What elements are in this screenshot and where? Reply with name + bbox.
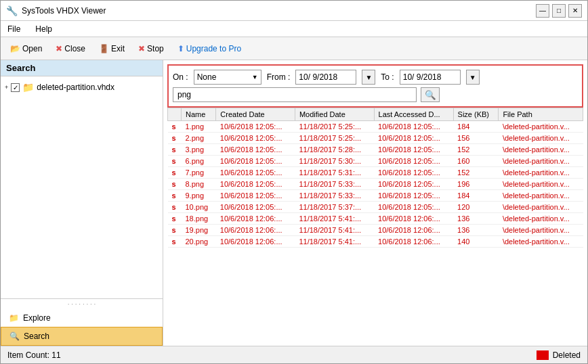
deleted-label: Deleted — [553, 350, 581, 360]
menu-help[interactable]: Help — [31, 23, 56, 35]
table-row[interactable]: s 18.png 10/6/2018 12:06:... 11/18/2017 … — [168, 213, 583, 225]
calendar-icon: ▼ — [365, 74, 372, 81]
row-indicator: s — [168, 213, 182, 225]
row-created: 10/6/2018 12:05:... — [216, 144, 295, 156]
row-name: 8.png — [182, 179, 216, 190]
sidebar-bottom: · · · · · · · · 📁 Explore 🔍 Search — [1, 298, 163, 346]
search-nav-label: Search — [24, 332, 49, 341]
row-size: 136 — [453, 213, 499, 225]
table-row[interactable]: s 19.png 10/6/2018 12:06:... 11/18/2017 … — [168, 225, 583, 236]
row-indicator: s — [168, 190, 182, 202]
to-date-input[interactable] — [400, 70, 461, 85]
from-date-picker-button[interactable]: ▼ — [362, 70, 375, 85]
on-value: None — [197, 72, 217, 82]
deleted-color-box — [537, 350, 549, 360]
row-name: 18.png — [182, 213, 216, 225]
col-size[interactable]: Size (KB) — [453, 108, 499, 121]
open-icon: 📂 — [10, 44, 20, 53]
close-button-toolbar[interactable]: ✖ Close — [50, 39, 91, 58]
table-row[interactable]: s 1.png 10/6/2018 12:05:... 11/18/2017 5… — [168, 121, 583, 133]
stop-button[interactable]: ✖ Stop — [133, 39, 169, 58]
row-path: \deleted-partition.v... — [499, 190, 583, 202]
row-accessed: 10/6/2018 12:05:... — [374, 121, 453, 133]
row-created: 10/6/2018 12:05:... — [216, 167, 295, 179]
row-created: 10/6/2018 12:05:... — [216, 121, 295, 133]
table-row[interactable]: s 6.png 10/6/2018 12:05:... 11/18/2017 5… — [168, 156, 583, 167]
search-row1: On : None ▼ From : ▼ To : ▼ — [173, 70, 578, 85]
stop-icon: ✖ — [138, 44, 145, 53]
on-label: On : — [173, 72, 188, 82]
from-date-input[interactable] — [295, 70, 356, 85]
row-path: \deleted-partition.v... — [499, 202, 583, 213]
row-size: 152 — [453, 144, 499, 156]
calendar-to-icon: ▼ — [469, 74, 476, 81]
app-icon: 🔧 — [6, 5, 18, 16]
table-row[interactable]: s 3.png 10/6/2018 12:05:... 11/18/2017 5… — [168, 144, 583, 156]
row-path: \deleted-partition.v... — [499, 179, 583, 190]
upgrade-button[interactable]: ⬆ Upgrade to Pro — [172, 39, 247, 58]
row-accessed: 10/6/2018 12:05:... — [374, 167, 453, 179]
results-table: Name Created Date Modified Date Last Acc… — [167, 108, 583, 248]
row-size: 120 — [453, 202, 499, 213]
menu-file[interactable]: File — [3, 23, 24, 35]
row-name: 9.png — [182, 190, 216, 202]
row-modified: 11/18/2017 5:31:... — [295, 167, 374, 179]
row-modified: 11/18/2017 5:33:... — [295, 190, 374, 202]
table-row[interactable]: s 7.png 10/6/2018 12:05:... 11/18/2017 5… — [168, 167, 583, 179]
col-created[interactable]: Created Date — [216, 108, 295, 121]
row-indicator: s — [168, 202, 182, 213]
table-row[interactable]: s 9.png 10/6/2018 12:05:... 11/18/2017 5… — [168, 190, 583, 202]
maximize-button[interactable]: □ — [552, 4, 566, 18]
minimize-button[interactable]: — — [536, 4, 549, 18]
expand-icon[interactable]: + — [5, 84, 8, 91]
menu-bar: File Help — [1, 21, 587, 37]
row-name: 20.png — [182, 236, 216, 248]
row-name: 19.png — [182, 225, 216, 236]
exit-icon: 🚪 — [99, 44, 109, 53]
tree-root-item[interactable]: + 📁 deleted-partition.vhdx — [5, 81, 159, 94]
row-created: 10/6/2018 12:05:... — [216, 190, 295, 202]
row-size: 156 — [453, 133, 499, 144]
col-modified[interactable]: Modified Date — [295, 108, 374, 121]
row-accessed: 10/6/2018 12:06:... — [374, 213, 453, 225]
table-row[interactable]: s 20.png 10/6/2018 12:06:... 11/18/2017 … — [168, 236, 583, 248]
row-size: 152 — [453, 167, 499, 179]
upgrade-icon: ⬆ — [177, 44, 184, 53]
table-header-row: Name Created Date Modified Date Last Acc… — [168, 108, 583, 121]
col-name[interactable]: Name — [182, 108, 216, 121]
row-modified: 11/18/2017 5:25:... — [295, 133, 374, 144]
sidebar-dots: · · · · · · · · — [1, 299, 163, 309]
row-accessed: 10/6/2018 12:05:... — [374, 202, 453, 213]
col-path[interactable]: File Path — [499, 108, 583, 121]
main-panel: On : None ▼ From : ▼ To : ▼ — [163, 60, 587, 346]
col-accessed[interactable]: Last Accessed D... — [374, 108, 453, 121]
open-button[interactable]: 📂 Open — [5, 39, 47, 58]
search-input[interactable] — [173, 87, 417, 102]
row-accessed: 10/6/2018 12:05:... — [374, 190, 453, 202]
tree-checkbox[interactable] — [11, 83, 20, 92]
row-size: 140 — [453, 236, 499, 248]
sidebar-nav-search[interactable]: 🔍 Search — [1, 327, 163, 346]
title-bar-left: 🔧 SysTools VHDX Viewer — [6, 5, 106, 16]
row-accessed: 10/6/2018 12:05:... — [374, 179, 453, 190]
on-dropdown[interactable]: None ▼ — [194, 70, 261, 85]
table-row[interactable]: s 10.png 10/6/2018 12:05:... 11/18/2017 … — [168, 202, 583, 213]
row-size: 160 — [453, 156, 499, 167]
table-row[interactable]: s 2.png 10/6/2018 12:05:... 11/18/2017 5… — [168, 133, 583, 144]
row-created: 10/6/2018 12:05:... — [216, 179, 295, 190]
row-name: 1.png — [182, 121, 216, 133]
deleted-legend: Deleted — [537, 350, 581, 360]
row-accessed: 10/6/2018 12:05:... — [374, 144, 453, 156]
row-size: 184 — [453, 121, 499, 133]
row-modified: 11/18/2017 5:28:... — [295, 144, 374, 156]
close-button[interactable]: ✕ — [568, 4, 582, 18]
exit-button[interactable]: 🚪 Exit — [93, 39, 130, 58]
table-row[interactable]: s 8.png 10/6/2018 12:05:... 11/18/2017 5… — [168, 179, 583, 190]
search-button[interactable]: 🔍 — [421, 87, 440, 102]
explore-label: Explore — [23, 313, 51, 323]
row-name: 2.png — [182, 133, 216, 144]
row-indicator: s — [168, 144, 182, 156]
row-size: 136 — [453, 225, 499, 236]
sidebar-nav-explore[interactable]: 📁 Explore — [1, 309, 163, 327]
to-date-picker-button[interactable]: ▼ — [466, 70, 480, 85]
